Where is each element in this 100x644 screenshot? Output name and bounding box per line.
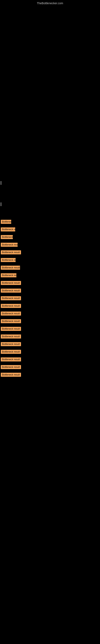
bottleneck-row: Bottleneck result — [1, 312, 99, 316]
bottleneck-result-badge[interactable]: Bottleneck result — [1, 250, 21, 254]
bottleneck-result-badge[interactable]: Bottleneck result — [1, 296, 21, 300]
bottleneck-result-badge[interactable]: Bottleneck result — [1, 288, 21, 292]
bottleneck-result-badge[interactable]: Bottleneck result — [1, 365, 21, 369]
bottleneck-result-badge[interactable]: Bottleneck result — [1, 220, 11, 224]
cursor-line-2 — [1, 202, 1, 206]
bottleneck-row: Bottleneck result — [1, 358, 99, 362]
bottleneck-result-badge[interactable]: Bottleneck result — [1, 266, 20, 270]
bottleneck-row: Bottleneck result — [1, 296, 99, 301]
bottleneck-result-badge[interactable]: Bottleneck result — [1, 281, 21, 285]
bottleneck-result-badge[interactable]: Bottleneck result — [1, 319, 21, 323]
bottleneck-row: Bottleneck result — [1, 327, 99, 332]
bottleneck-row: Bottleneck result — [1, 258, 99, 263]
bottleneck-row: Bottleneck result — [1, 243, 99, 248]
bottleneck-result-badge[interactable]: Bottleneck result — [1, 312, 21, 316]
bottleneck-result-badge[interactable]: Bottleneck result — [1, 304, 21, 308]
bottleneck-result-badge[interactable]: Bottleneck result — [1, 243, 18, 247]
bottleneck-row: Bottleneck result — [1, 250, 99, 255]
bottleneck-row: Bottleneck result — [1, 266, 99, 270]
bottleneck-row: Bottleneck result — [1, 342, 99, 347]
bottleneck-row: Bottleneck result — [1, 220, 99, 224]
bottleneck-result-badge[interactable]: Bottleneck result — [1, 258, 16, 262]
bottleneck-row: Bottleneck result — [1, 373, 99, 378]
bottleneck-row: Bottleneck result — [1, 350, 99, 354]
bottleneck-row: Bottleneck result — [1, 281, 99, 286]
bottleneck-result-badge[interactable]: Bottleneck result — [1, 373, 21, 377]
bottleneck-result-badge[interactable]: Bottleneck result — [1, 334, 21, 338]
bottleneck-row: Bottleneck result — [1, 304, 99, 309]
bottleneck-row: Bottleneck result — [1, 334, 99, 339]
bottleneck-result-badge[interactable]: Bottleneck result — [1, 327, 21, 331]
bottleneck-result-badge[interactable]: Bottleneck result — [1, 228, 15, 232]
bottleneck-row: Bottleneck result — [1, 228, 99, 232]
bottleneck-results-list: Bottleneck resultBottleneck resultBottle… — [1, 218, 99, 378]
cursor-line-1 — [1, 181, 1, 185]
bottleneck-result-badge[interactable]: Bottleneck result — [1, 273, 16, 277]
bottleneck-row: Bottleneck result — [1, 235, 99, 240]
site-title: TheBottlenecker.com — [0, 2, 100, 5]
bottleneck-result-badge[interactable]: Bottleneck result — [1, 350, 21, 354]
bottleneck-result-badge[interactable]: Bottleneck result — [1, 235, 13, 239]
bottleneck-result-badge[interactable]: Bottleneck result — [1, 342, 21, 346]
bottleneck-result-badge[interactable]: Bottleneck result — [1, 358, 21, 362]
bottleneck-row: Bottleneck result — [1, 288, 99, 294]
bottleneck-row: Bottleneck result — [1, 273, 99, 278]
bottleneck-row: Bottleneck result — [1, 319, 99, 324]
bottleneck-row: Bottleneck result — [1, 365, 99, 370]
